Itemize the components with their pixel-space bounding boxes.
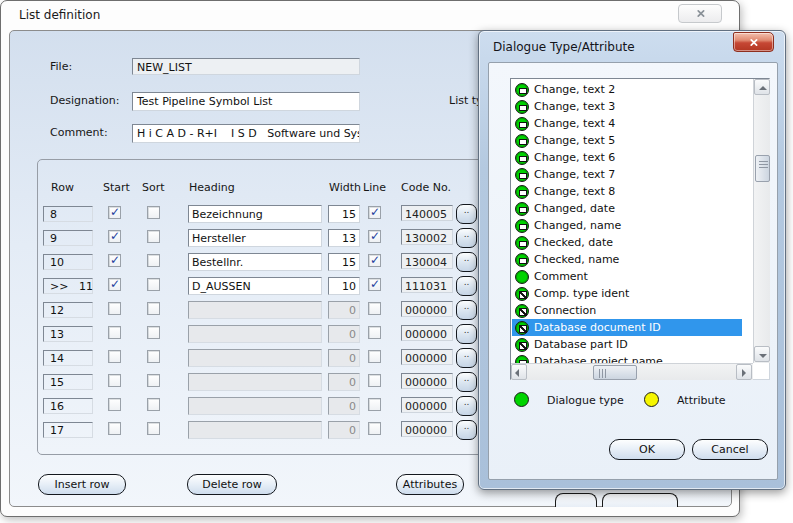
- heading-input[interactable]: [188, 349, 322, 367]
- width-input[interactable]: 13: [328, 229, 360, 247]
- close-button[interactable]: [678, 4, 722, 23]
- code-picker-button[interactable]: ..: [456, 276, 477, 296]
- sort-checkbox[interactable]: [147, 302, 160, 315]
- line-checkbox[interactable]: [368, 206, 381, 219]
- width-input[interactable]: 10: [328, 277, 360, 295]
- list-item[interactable]: Change, text 3: [512, 98, 742, 115]
- list-item[interactable]: Comment: [512, 268, 742, 285]
- width-input[interactable]: 0: [328, 373, 360, 391]
- line-checkbox[interactable]: [368, 278, 381, 291]
- col-sort: Sort: [142, 181, 165, 194]
- start-checkbox[interactable]: [108, 398, 121, 411]
- heading-input[interactable]: Hersteller: [188, 229, 322, 247]
- line-checkbox[interactable]: [368, 326, 381, 339]
- sort-checkbox[interactable]: [147, 326, 160, 339]
- list-item[interactable]: Comp. type ident: [512, 285, 742, 302]
- attribute-list: Change, text 2Change, text 3Change, text…: [511, 79, 753, 363]
- width-input[interactable]: 15: [328, 253, 360, 271]
- horizontal-scrollbar[interactable]: [511, 363, 753, 380]
- start-checkbox[interactable]: [108, 326, 121, 339]
- list-item[interactable]: Change, text 8: [512, 183, 742, 200]
- heading-input[interactable]: [188, 373, 322, 391]
- vertical-scroll-thumb[interactable]: [755, 155, 770, 182]
- width-input[interactable]: 0: [328, 349, 360, 367]
- heading-input[interactable]: Bestellnr.: [188, 253, 322, 271]
- line-checkbox[interactable]: [368, 422, 381, 435]
- width-input[interactable]: 0: [328, 325, 360, 343]
- sort-checkbox[interactable]: [147, 206, 160, 219]
- insert-row-button[interactable]: Insert row: [38, 474, 126, 495]
- width-input[interactable]: 0: [328, 421, 360, 439]
- start-checkbox[interactable]: [108, 230, 121, 243]
- heading-input[interactable]: [188, 421, 322, 439]
- line-checkbox[interactable]: [368, 350, 381, 363]
- list-item[interactable]: Database part ID: [512, 336, 742, 353]
- list-item[interactable]: Change, text 6: [512, 149, 742, 166]
- sort-checkbox[interactable]: [147, 350, 160, 363]
- code-picker-button[interactable]: ..: [456, 348, 477, 368]
- cancel-button[interactable]: Cancel: [692, 439, 768, 460]
- dialog-body: Change, text 2Change, text 3Change, text…: [488, 62, 778, 480]
- list-item[interactable]: Change, text 2: [512, 81, 742, 98]
- start-checkbox[interactable]: [108, 302, 121, 315]
- list-item[interactable]: Changed, name: [512, 217, 742, 234]
- heading-input[interactable]: Bezeichnung: [188, 205, 322, 223]
- start-checkbox[interactable]: [108, 206, 121, 219]
- code-picker-button[interactable]: ..: [456, 420, 477, 440]
- list-item[interactable]: Database document ID: [512, 319, 742, 336]
- list-item[interactable]: Checked, date: [512, 234, 742, 251]
- sort-checkbox[interactable]: [147, 422, 160, 435]
- width-input[interactable]: 0: [328, 397, 360, 415]
- start-checkbox[interactable]: [108, 350, 121, 363]
- code-picker-button[interactable]: ..: [456, 396, 477, 416]
- sort-checkbox[interactable]: [147, 398, 160, 411]
- sort-checkbox[interactable]: [147, 254, 160, 267]
- code-picker-button[interactable]: ..: [456, 324, 477, 344]
- heading-input[interactable]: [188, 397, 322, 415]
- list-item[interactable]: Checked, name: [512, 251, 742, 268]
- list-item-label: Comment: [534, 270, 588, 283]
- list-item[interactable]: Change, text 4: [512, 115, 742, 132]
- width-input[interactable]: 15: [328, 205, 360, 223]
- ok-button[interactable]: OK: [609, 439, 685, 460]
- list-item-label: Connection: [534, 304, 596, 317]
- list-item[interactable]: Connection: [512, 302, 742, 319]
- scroll-left-button[interactable]: [511, 364, 527, 380]
- attributes-button[interactable]: Attributes: [396, 474, 464, 495]
- horizontal-scroll-thumb[interactable]: [593, 365, 637, 380]
- list-item[interactable]: Changed, date: [512, 200, 742, 217]
- designation-input[interactable]: Test Pipeline Symbol List: [132, 92, 360, 111]
- sort-checkbox[interactable]: [147, 230, 160, 243]
- line-checkbox[interactable]: [368, 254, 381, 267]
- heading-input[interactable]: D_AUSSEN: [188, 277, 322, 295]
- delete-row-button[interactable]: Delete row: [187, 474, 277, 495]
- heading-input[interactable]: [188, 301, 322, 319]
- vertical-scrollbar[interactable]: [753, 79, 770, 363]
- comment-input[interactable]: H i C A D - R+I I S D Software und Syste…: [132, 124, 360, 143]
- start-checkbox[interactable]: [108, 422, 121, 435]
- close-button[interactable]: [733, 32, 774, 52]
- sort-checkbox[interactable]: [147, 278, 160, 291]
- start-checkbox[interactable]: [108, 254, 121, 267]
- list-item[interactable]: Change, text 5: [512, 132, 742, 149]
- code-picker-button[interactable]: ..: [456, 252, 477, 272]
- start-checkbox[interactable]: [108, 278, 121, 291]
- scroll-up-button[interactable]: [754, 79, 770, 95]
- start-checkbox[interactable]: [108, 374, 121, 387]
- width-input[interactable]: 0: [328, 301, 360, 319]
- code-picker-button[interactable]: ..: [456, 204, 477, 224]
- dialog-window-icon: [515, 219, 529, 233]
- scroll-right-button[interactable]: [736, 364, 752, 380]
- code-picker-button[interactable]: ..: [456, 300, 477, 320]
- list-item[interactable]: Change, text 7: [512, 166, 742, 183]
- line-checkbox[interactable]: [368, 374, 381, 387]
- scroll-down-button[interactable]: [754, 346, 770, 362]
- line-checkbox[interactable]: [368, 398, 381, 411]
- code-picker-button[interactable]: ..: [456, 372, 477, 392]
- line-checkbox[interactable]: [368, 230, 381, 243]
- heading-input[interactable]: [188, 325, 322, 343]
- code-picker-button[interactable]: ..: [456, 228, 477, 248]
- list-item[interactable]: Database project name: [512, 353, 742, 363]
- sort-checkbox[interactable]: [147, 374, 160, 387]
- line-checkbox[interactable]: [368, 302, 381, 315]
